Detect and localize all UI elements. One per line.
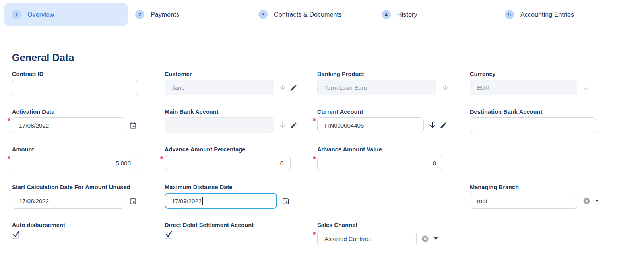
activation-date-input[interactable] [12,117,124,133]
tab-history[interactable]: 4 History [374,3,497,26]
sales-channel-clear-icon[interactable] [421,235,429,243]
maximum-disburse-date-label: Maximum Disburse Date [165,184,317,190]
direct-debit-settlement-account-label: Direct Debit Settlement Account [165,222,317,228]
required-dot [313,232,316,235]
sales-channel-caret-down-icon[interactable] [434,237,438,240]
main-bank-account-lookup-arrow-icon[interactable] [279,121,287,129]
field-start-calculation-date: Start Calculation Date For Amount Unused [12,184,165,209]
advance-amount-percentage-input[interactable] [165,155,291,171]
maximum-disburse-date-calendar-icon[interactable] [282,197,289,205]
general-data-form: Contract ID Customer Banki [12,71,623,246]
auto-disbursement-checkbox[interactable] [12,232,19,239]
tab-overview-label: Overview [27,11,54,18]
tab-payments-number-badge: 2 [135,10,144,19]
field-advance-amount-percentage: Advance Amount Percentage [165,146,317,171]
tab-overview[interactable]: 1 Overview [4,3,128,26]
customer-input [165,80,274,95]
start-calculation-date-calendar-icon[interactable] [129,197,137,205]
field-activation-date: Activation Date [12,109,165,133]
field-sales-channel: Sales Channel [317,222,470,246]
required-dot [313,118,316,121]
current-account-label: Current Account [317,109,470,115]
managing-branch-input[interactable] [470,193,578,209]
tab-contracts-documents-label: Contracts & Documents [274,11,342,18]
field-customer: Customer [165,71,317,95]
customer-edit-pencil-icon[interactable] [290,84,297,91]
field-currency: Currency [470,71,623,95]
activation-date-calendar-icon[interactable] [129,122,137,129]
auto-disbursement-label: Auto disbursement [12,222,165,228]
current-account-lookup-arrow-icon[interactable] [429,121,436,129]
sales-channel-input[interactable] [317,231,417,246]
start-calculation-date-input[interactable] [12,193,124,209]
required-dot [313,156,316,159]
managing-branch-label: Managing Branch [470,184,623,190]
contract-id-input[interactable] [12,80,138,95]
advance-amount-value-input[interactable] [317,155,443,171]
managing-branch-caret-down-icon[interactable] [595,200,599,202]
field-maximum-disburse-date: Maximum Disburse Date [165,184,317,209]
amount-label: Amount [12,146,165,153]
currency-label: Currency [470,71,623,77]
tab-accounting-entries-label: Accounting Entries [520,11,574,18]
banking-product-label: Banking Product [317,71,470,77]
tab-contracts-documents[interactable]: 3 Contracts & Documents [251,3,374,26]
tab-contracts-documents-number-badge: 3 [258,10,268,19]
section-title: General Data [12,52,623,64]
field-destination-bank-account: Destination Bank Account [470,109,623,133]
text-cursor [202,197,203,205]
field-banking-product: Banking Product [317,71,470,95]
loan-contract-overview-page: 1 Overview 2 Payments 3 Contracts & Docu… [0,0,644,262]
field-main-bank-account: Main Bank Account [165,109,317,133]
field-auto-disbursement: Auto disbursement [12,222,165,239]
amount-input[interactable] [12,155,138,171]
field-amount: Amount [12,146,165,171]
banking-product-input [317,80,436,95]
current-account-input[interactable] [317,117,424,133]
customer-label: Customer [165,71,317,77]
main-bank-account-input [165,117,274,133]
field-managing-branch: Managing Branch [470,184,623,209]
tab-payments-label: Payments [151,11,179,18]
currency-input [470,80,577,95]
field-advance-amount-value: Advance Amount Value [317,146,470,171]
destination-bank-account-input[interactable] [470,117,596,133]
main-bank-account-edit-pencil-icon[interactable] [290,122,297,129]
banking-product-lookup-arrow-icon[interactable] [441,83,449,91]
tab-accounting-entries[interactable]: 5 Accounting Entries [497,3,621,26]
tab-overview-number-badge: 1 [12,10,21,19]
required-dot [160,156,163,159]
maximum-disburse-date-input[interactable] [165,193,277,209]
advance-amount-percentage-label: Advance Amount Percentage [165,146,317,153]
customer-lookup-arrow-icon[interactable] [279,83,287,91]
tab-accounting-entries-number-badge: 5 [505,10,514,19]
current-account-edit-pencil-icon[interactable] [440,122,447,129]
tab-payments[interactable]: 2 Payments [128,3,251,26]
contract-id-label: Contract ID [12,71,165,77]
managing-branch-clear-icon[interactable] [583,197,590,205]
field-current-account: Current Account [317,109,470,133]
required-dot [8,118,10,121]
tab-history-number-badge: 4 [382,10,391,19]
destination-bank-account-label: Destination Bank Account [470,109,623,115]
main-bank-account-label: Main Bank Account [165,109,317,115]
activation-date-label: Activation Date [12,109,165,115]
currency-lookup-arrow-icon[interactable] [582,83,590,91]
tab-history-label: History [397,11,417,18]
advance-amount-value-label: Advance Amount Value [317,146,470,153]
direct-debit-settlement-account-checkbox[interactable] [165,232,171,239]
field-contract-id: Contract ID [12,71,165,95]
sales-channel-label: Sales Channel [317,222,470,228]
start-calculation-date-label: Start Calculation Date For Amount Unused [12,184,165,190]
required-dot [8,156,10,159]
wizard-step-tabs: 1 Overview 2 Payments 3 Contracts & Docu… [4,3,621,26]
field-direct-debit-settlement-account: Direct Debit Settlement Account [165,222,317,239]
